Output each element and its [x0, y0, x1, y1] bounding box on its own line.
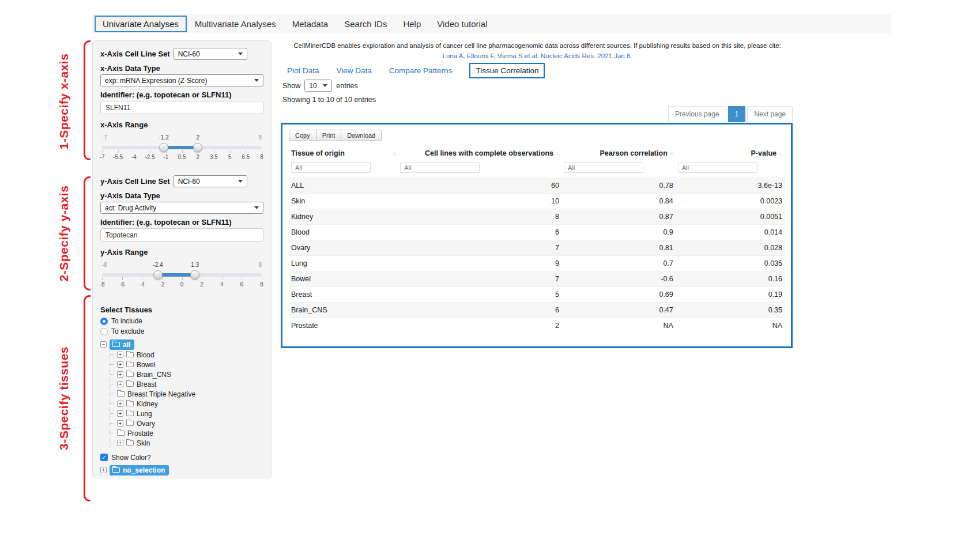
folder-icon [126, 372, 134, 377]
table-row[interactable]: Lung90.70.035 [289, 256, 785, 271]
folder-icon [126, 382, 134, 387]
tree-node-all[interactable]: − all [100, 339, 263, 350]
nav-tab-metadata[interactable]: Metadata [284, 16, 337, 32]
expand-icon[interactable]: + [117, 420, 123, 427]
scale-label: -2.5 [145, 154, 154, 160]
column-filter-input[interactable] [400, 162, 480, 173]
column-header-p-value[interactable]: P-value↑↓ [676, 145, 785, 161]
scale-label: -7 [100, 154, 105, 160]
table-row[interactable]: Blood60.90.014 [289, 225, 785, 240]
slider-tick [214, 150, 214, 153]
slider-handle-to[interactable] [190, 270, 199, 280]
column-filter-input[interactable] [678, 162, 757, 173]
sort-icon[interactable]: ↑↓ [556, 150, 559, 157]
y-range-slider[interactable]: -88-2.41.3-8-6-4-202468 [102, 269, 262, 295]
column-header-cell-lines-with-complete-observations[interactable]: Cell lines with complete observations↑↓ [398, 145, 561, 161]
tree-item-prostate[interactable]: Prostate [110, 428, 263, 438]
table-row[interactable]: Prostate2NANA [289, 318, 785, 334]
exclude-radio[interactable] [100, 328, 108, 335]
expand-icon[interactable]: + [117, 371, 123, 378]
table-cell: 0.78 [561, 178, 676, 194]
previous-page-button[interactable]: Previous page [668, 106, 726, 122]
expand-icon[interactable]: + [117, 401, 123, 407]
include-radio[interactable] [100, 318, 108, 325]
tree-item-skin[interactable]: +Skin [110, 438, 263, 448]
table-row[interactable]: ALL600.783.6e-13 [289, 178, 785, 194]
collapse-icon[interactable]: − [100, 341, 107, 348]
scale-label: -6 [119, 281, 125, 288]
citation-link[interactable]: Luna A, Elloumi F, Varma S et al. Nuclei… [281, 51, 793, 62]
column-filter-input[interactable] [564, 162, 643, 173]
nav-tab-univariate-analyses[interactable]: Univariate Analyses [95, 16, 187, 32]
tab-plot-data[interactable]: Plot Data [287, 66, 319, 75]
tree-node-all-chip[interactable]: all [110, 339, 134, 350]
x-range-slider[interactable]: -78-1.22-7-5.5-4-2.5-10.523.556.58 [102, 142, 262, 167]
tree-item-kidney[interactable]: +Kidney [110, 399, 263, 409]
page-length-select[interactable]: 10 [304, 80, 332, 92]
range-from-label: -1.2 [159, 134, 168, 141]
tree-item-breast-triple-negative[interactable]: Breast Triple Negative [110, 389, 263, 399]
x-cell-line-set-select[interactable]: NCI-60 [174, 48, 247, 60]
tree-item-ovary[interactable]: +Ovary [110, 418, 263, 428]
tree-node-no-selection-chip[interactable]: no_selection [110, 465, 169, 475]
table-row[interactable]: Bowel7-0.60.16 [289, 271, 785, 287]
expand-icon[interactable]: + [117, 361, 123, 368]
table-row[interactable]: Breast50.690.19 [289, 287, 785, 303]
tree-item-breast[interactable]: +Breast [110, 379, 263, 389]
y-data-type-select[interactable]: act: Drug Activity [100, 202, 263, 214]
y-identifier-input[interactable] [100, 228, 263, 241]
sort-icon[interactable]: ↑↓ [670, 150, 673, 157]
current-page-button[interactable]: 1 [728, 106, 746, 122]
tissue-tree: − all +Blood+Bowel+Brain_CNS+BreastBreas… [100, 339, 263, 448]
next-page-button[interactable]: Next page [747, 106, 793, 122]
download-button[interactable]: Download [341, 130, 382, 141]
slider-handle-from[interactable] [159, 143, 168, 152]
y-identifier-label: Identifier: (e.g. topotecan or SLFN11) [100, 218, 263, 227]
x-identifier-input[interactable] [100, 101, 263, 114]
tree-item-blood[interactable]: +Blood [110, 350, 263, 360]
sort-icon[interactable]: ↑↓ [779, 150, 782, 157]
tree-item-lung[interactable]: +Lung [110, 409, 263, 418]
table-row[interactable]: Ovary70.810.028 [289, 240, 785, 256]
main-tabs: Plot DataView DataCompare PatternsTissue… [287, 63, 545, 78]
expand-icon[interactable]: + [117, 410, 123, 417]
print-button[interactable]: Print [316, 130, 342, 141]
folder-icon [126, 440, 134, 446]
tree-node-no-selection[interactable]: + no_selection [100, 465, 263, 475]
scale-label: -5.5 [113, 154, 123, 160]
show-color-checkbox[interactable]: ✓ [100, 454, 108, 461]
nav-tab-help[interactable]: Help [395, 16, 429, 32]
table-row[interactable]: Skin100.840.0023 [289, 194, 785, 209]
scale-label: 0 [180, 281, 184, 288]
tree-item-bowel[interactable]: +Bowel [110, 360, 263, 369]
y-cell-line-set-select[interactable]: NCI-60 [174, 175, 247, 187]
expand-icon[interactable]: + [117, 381, 123, 387]
tree-item-label: Skin [137, 439, 150, 447]
include-radio-row[interactable]: To include [100, 316, 263, 326]
expand-icon[interactable]: + [117, 440, 123, 446]
nav-tab-video-tutorial[interactable]: Video tutorial [429, 16, 495, 32]
column-header-pearson-correlation[interactable]: Pearson correlation↑↓ [561, 145, 676, 161]
sort-icon[interactable]: ↑↓ [392, 150, 395, 157]
tree-item-brain-cns[interactable]: +Brain_CNS [110, 369, 263, 379]
tab-view-data[interactable]: View Data [337, 66, 372, 75]
slider-handle-from[interactable] [153, 270, 163, 280]
tab-tissue-correlation[interactable]: Tissue Correlation [469, 63, 545, 78]
expand-icon[interactable]: + [100, 467, 107, 473]
table-row[interactable]: Brain_CNS60.470.35 [289, 303, 785, 318]
nav-tab-multivariate-analyses[interactable]: Multivariate Analyses [187, 16, 284, 32]
nav-tab-search-ids[interactable]: Search IDs [336, 16, 395, 32]
table-row[interactable]: Kidney80.870.0051 [289, 209, 785, 225]
column-header-tissue-of-origin[interactable]: Tissue of origin↑↓ [289, 145, 398, 161]
column-filter-input[interactable] [291, 162, 371, 173]
slider-tick [182, 277, 183, 280]
table-cell: Prostate [289, 318, 398, 334]
copy-button[interactable]: Copy [289, 130, 316, 141]
exclude-radio-row[interactable]: To exclude [100, 326, 263, 337]
x-data-type-select[interactable]: exp: mRNA Expression (Z-Score) [100, 74, 263, 86]
show-color-row[interactable]: ✓ Show Color? [100, 452, 263, 462]
expand-icon[interactable]: + [117, 352, 123, 358]
tree-connector [110, 354, 114, 355]
scale-label: 2 [200, 281, 203, 288]
tab-compare-patterns[interactable]: Compare Patterns [389, 66, 453, 75]
